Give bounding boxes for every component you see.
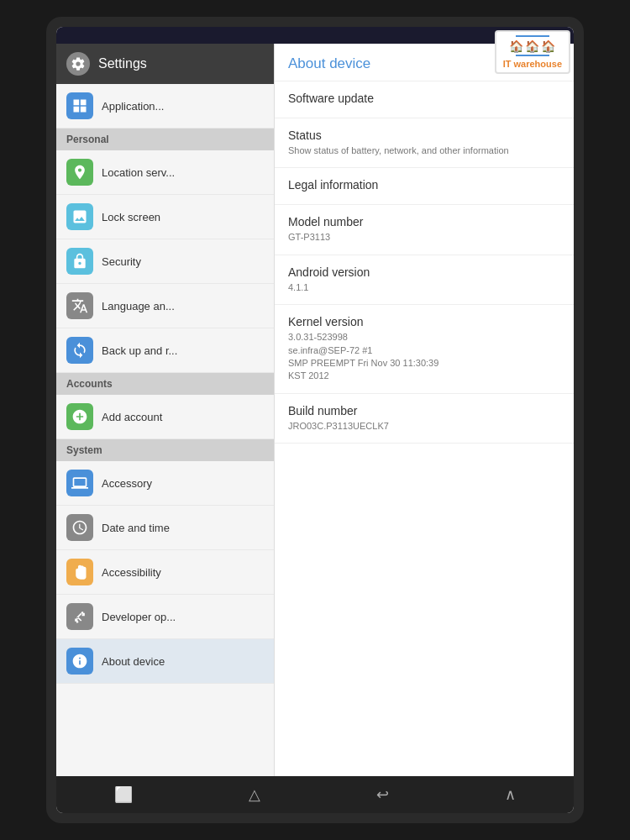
panel-item-title-4: Android version xyxy=(288,265,560,279)
panel-item-1[interactable]: StatusShow status of battery, network, a… xyxy=(275,118,574,168)
sidebar-item-label-2: Location serv... xyxy=(102,166,175,179)
watermark-text: IT warehouse xyxy=(503,59,562,69)
panel-item-desc-6: JRO03C.P3113UECLK7 xyxy=(288,420,560,433)
panel-item-title-5: Kernel version xyxy=(288,315,560,328)
section-header-system: System xyxy=(56,439,274,461)
monitor-icon xyxy=(66,470,93,496)
home-button[interactable]: △ xyxy=(232,779,277,811)
up-button[interactable]: ∧ xyxy=(488,779,533,811)
watermark: 🏠 🏠 🏠 IT warehouse xyxy=(495,30,570,74)
sidebar-item-lock-screen[interactable]: Lock screen xyxy=(56,195,274,239)
panel-items: Software updateStatusShow status of batt… xyxy=(275,81,574,444)
panel-item-title-3: Model number xyxy=(288,215,560,228)
watermark-lines-bottom xyxy=(516,55,549,56)
sidebar-item-application-[interactable]: Application... xyxy=(56,84,274,129)
panel-item-title-0: Software update xyxy=(288,92,560,105)
wm-line-1 xyxy=(516,35,549,37)
sidebar-item-label-11: Date and time xyxy=(102,522,170,534)
sidebar-item-language-an-[interactable]: Language an... xyxy=(56,284,274,328)
location-icon xyxy=(66,159,93,186)
panel-item-desc-1: Show status of battery, network, and oth… xyxy=(288,144,560,157)
panel-item-2[interactable]: Legal information xyxy=(275,168,574,205)
sidebar-item-label-0: Application... xyxy=(102,100,164,113)
sidebar-item-label-10: Accessory xyxy=(102,477,152,490)
sidebar-item-location-serv-[interactable]: Location serv... xyxy=(56,150,274,195)
hand-icon xyxy=(66,559,93,585)
sidebar-item-about-device[interactable]: About device xyxy=(56,639,274,684)
sidebar-item-label-5: Language an... xyxy=(102,300,175,312)
recent-apps-button[interactable]: ⬜ xyxy=(97,779,150,811)
panel-item-6[interactable]: Build numberJRO03C.P3113UECLK7 xyxy=(275,394,574,444)
sidebar-item-label-4: Security xyxy=(102,255,141,268)
panel-item-desc-4: 4.1.1 xyxy=(288,281,560,294)
backup-icon xyxy=(66,337,93,364)
sidebar: Settings Application...PersonalLocation … xyxy=(56,44,275,776)
add-icon xyxy=(66,403,93,430)
image-icon xyxy=(66,203,93,230)
panel-item-title-6: Build number xyxy=(288,404,560,417)
sidebar-item-back-up-and-r-[interactable]: Back up and r... xyxy=(56,328,274,373)
panel-item-title-2: Legal information xyxy=(288,178,560,192)
clock-icon xyxy=(66,514,93,541)
settings-title: Settings xyxy=(98,56,147,71)
lock-icon xyxy=(66,248,93,275)
main-content: Settings Application...PersonalLocation … xyxy=(56,44,574,776)
sidebar-item-add-account[interactable]: Add account xyxy=(56,395,274,439)
sidebar-item-accessory[interactable]: Accessory xyxy=(56,461,274,506)
settings-gear-icon xyxy=(66,52,90,76)
panel-item-4[interactable]: Android version4.1.1 xyxy=(275,255,574,305)
sidebar-item-developer-op-[interactable]: Developer op... xyxy=(56,595,274,639)
sidebar-item-label-6: Back up and r... xyxy=(102,344,177,357)
brackets-icon xyxy=(66,603,93,630)
house-icon-2: 🏠 xyxy=(525,39,539,53)
panel-item-3[interactable]: Model numberGT-P3113 xyxy=(275,205,574,255)
sidebar-item-label-3: Lock screen xyxy=(102,211,160,223)
house-icon-1: 🏠 xyxy=(509,39,523,53)
sidebar-item-accessibility[interactable]: Accessibility xyxy=(56,550,274,595)
panel-item-desc-3: GT-P3113 xyxy=(288,231,560,244)
sidebar-item-label-8: Add account xyxy=(102,411,162,423)
section-header-personal: Personal xyxy=(56,129,274,150)
sidebar-item-security[interactable]: Security xyxy=(56,239,274,284)
sidebar-item-date-and-time[interactable]: Date and time xyxy=(56,506,274,550)
panel-item-desc-5: 3.0.31-523998 se.infra@SEP-72 #1 SMP PRE… xyxy=(288,331,560,383)
section-header-accounts: Accounts xyxy=(56,373,274,395)
watermark-houses: 🏠 🏠 🏠 xyxy=(509,39,555,53)
screen: ▲ ▮ 🏠 🏠 🏠 IT warehouse xyxy=(56,27,574,813)
wm-line-2 xyxy=(516,55,549,56)
sidebar-item-label-13: Developer op... xyxy=(102,611,176,623)
right-panel: About device Software updateStatusShow s… xyxy=(275,44,574,776)
sidebar-items: Application...PersonalLocation serv...Lo… xyxy=(56,84,274,684)
grid-icon xyxy=(66,92,93,119)
nav-bar: ⬜ △ ↩ ∧ xyxy=(56,776,574,813)
info-icon xyxy=(66,648,93,675)
device-frame: ▲ ▮ 🏠 🏠 🏠 IT warehouse xyxy=(46,17,584,823)
back-button[interactable]: ↩ xyxy=(360,779,406,811)
house-icon-3: 🏠 xyxy=(541,39,555,53)
panel-item-title-1: Status xyxy=(288,129,560,142)
settings-header: Settings xyxy=(56,44,274,84)
panel-item-5[interactable]: Kernel version3.0.31-523998 se.infra@SEP… xyxy=(275,305,574,394)
A-icon xyxy=(66,292,93,319)
sidebar-item-label-12: Accessibility xyxy=(102,566,161,579)
watermark-lines-top xyxy=(516,35,549,37)
sidebar-item-label-14: About device xyxy=(102,655,165,668)
panel-item-0[interactable]: Software update xyxy=(275,81,574,118)
